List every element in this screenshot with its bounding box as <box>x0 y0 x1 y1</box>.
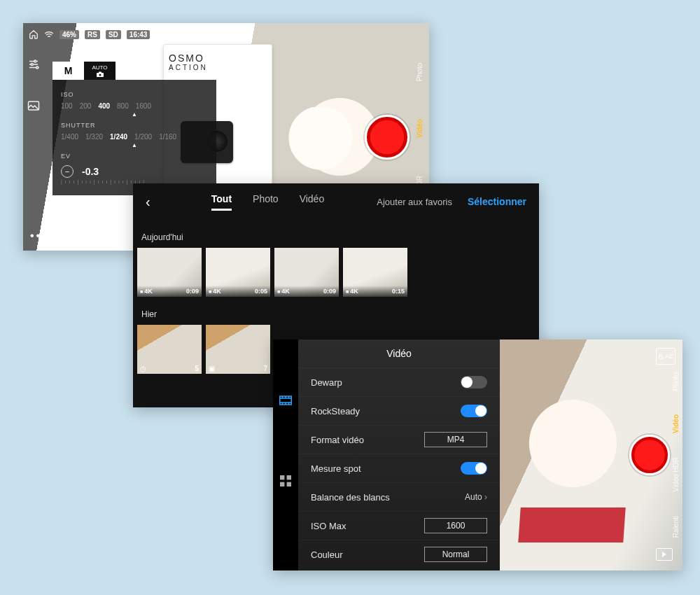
shutter-scale[interactable]: 1/400 1/320 1/240 1/200 1/160 <box>61 133 208 141</box>
setting-row-color: Couleur Normal <box>298 540 500 568</box>
mode-hdr-video[interactable]: Vidéo HDR <box>672 457 680 492</box>
wifi-icon <box>44 30 54 38</box>
shutter-value-active[interactable]: 1/240 <box>110 133 127 141</box>
dewarp-toggle[interactable] <box>461 376 487 388</box>
tab-photo[interactable]: Photo <box>253 193 279 211</box>
video-settings-screen: Vidéo Dewarp RockSteady Format vidéo MP4… <box>273 340 682 570</box>
spot-meter-toggle[interactable] <box>461 462 487 475</box>
color-profile-value[interactable]: Normal <box>424 547 487 562</box>
ev-value: -0.3 <box>82 166 99 177</box>
product-name: OSMO <box>169 52 267 64</box>
add-favorites-label[interactable]: Ajouter aux favoris <box>377 197 452 207</box>
record-button[interactable] <box>629 435 670 475</box>
battery-percent: 46% <box>59 30 79 39</box>
status-time: 16:43 <box>127 30 150 39</box>
tab-all[interactable]: Tout <box>211 193 232 211</box>
svg-point-5 <box>99 74 101 76</box>
mode-video[interactable]: Vidéo <box>416 119 424 138</box>
ev-label: EV <box>61 153 208 160</box>
setting-row-spot-meter: Mesure spot <box>298 454 500 482</box>
record-button[interactable] <box>365 115 410 160</box>
iso-label: ISO <box>61 91 208 98</box>
svg-rect-6 <box>99 71 102 73</box>
stack-count: 5 <box>195 365 199 372</box>
setting-row-format: Format vidéo MP4 <box>298 425 500 454</box>
video-tab-icon[interactable] <box>279 396 292 405</box>
more-menu-icon[interactable]: ••• <box>30 230 48 242</box>
mode-photo[interactable]: Photo <box>672 372 680 391</box>
settings-title: Vidéo <box>298 340 500 368</box>
video-format-value[interactable]: MP4 <box>424 432 487 447</box>
timelapse-icon: ◷ <box>140 365 146 372</box>
svg-point-2 <box>36 66 38 69</box>
home-icon[interactable] <box>29 29 38 39</box>
lucky-cat-graphic <box>286 107 356 184</box>
setting-row-iso-max: ISO Max 1600 <box>298 511 500 540</box>
iso-value-active[interactable]: 400 <box>98 102 110 110</box>
mode-slowmo[interactable]: Ralenti <box>672 516 680 538</box>
media-thumbnail[interactable]: 4K0:09 <box>137 248 202 297</box>
adjust-icon[interactable] <box>27 58 47 71</box>
camera-live-preview: AE Photo Vidéo Vidéo HDR Ralenti <box>500 340 682 570</box>
setting-row-white-balance[interactable]: Balance des blancs Auto <box>298 482 500 511</box>
tab-video[interactable]: Vidéo <box>300 193 325 211</box>
status-bar: 46% RS SD 16:43 <box>29 27 424 41</box>
shutter-label: SHUTTER <box>61 122 208 129</box>
playback-icon[interactable] <box>656 548 673 561</box>
svg-rect-12 <box>659 356 662 358</box>
setting-row-rocksteady: RockSteady <box>298 396 500 425</box>
white-balance-value: Auto <box>465 492 487 502</box>
stack-count: 7 <box>263 365 267 372</box>
group-label-today: Aujourd'hui <box>141 232 539 242</box>
mode-manual[interactable]: M <box>52 62 84 80</box>
grid-tab-icon[interactable] <box>280 475 291 486</box>
capture-mode-column[interactable]: Photo Vidéo Vidéo HDR Ralenti <box>670 360 681 550</box>
video-settings-list: Vidéo Dewarp RockSteady Format vidéo MP4… <box>298 340 500 570</box>
thumbnail-row-today: 4K0:09 4K0:05 4K0:09 4K0:15 <box>133 248 539 297</box>
settings-category-rail <box>273 340 298 570</box>
ev-decrease-icon[interactable]: − <box>61 165 74 178</box>
media-stack-thumbnail[interactable]: ▣ 7 <box>206 325 270 374</box>
svg-rect-8 <box>280 475 284 479</box>
subject-base-graphic <box>518 507 625 542</box>
gallery-icon[interactable] <box>27 100 47 111</box>
svg-point-1 <box>31 64 33 66</box>
status-badge-sd: SD <box>106 30 121 39</box>
gallery-filter-tabs: Tout Photo Vidéo <box>162 193 374 211</box>
group-label-yesterday: Hier <box>141 309 539 319</box>
gallery-header: ‹ Tout Photo Vidéo Ajouter aux favoris S… <box>133 183 539 220</box>
svg-point-0 <box>34 60 36 62</box>
exposure-settings-panel: ISO 100 200 400 800 1600 ▲ SHUTTER 1/400… <box>52 80 216 195</box>
mode-photo[interactable]: Photo <box>416 63 424 81</box>
mode-video[interactable]: Vidéo <box>672 414 680 433</box>
burst-icon: ▣ <box>209 365 215 372</box>
setting-row-dewarp: Dewarp <box>298 368 500 396</box>
status-badge-rs: RS <box>85 30 100 39</box>
iso-scale[interactable]: 100 200 400 800 1600 <box>61 102 208 110</box>
media-thumbnail[interactable]: 4K0:15 <box>343 248 407 297</box>
mode-auto[interactable]: AUTO <box>84 64 115 78</box>
media-thumbnail[interactable]: 4K0:09 <box>274 248 339 297</box>
left-tool-rail <box>27 58 47 111</box>
product-subname: ACTION <box>169 64 267 71</box>
select-button[interactable]: Sélectionner <box>468 196 526 207</box>
media-stack-thumbnail[interactable]: ◷ 5 <box>137 325 202 374</box>
svg-rect-10 <box>280 482 284 486</box>
exposure-mode-toggle[interactable]: M AUTO <box>52 62 115 80</box>
svg-rect-9 <box>287 475 291 479</box>
shutter-caret-icon: ▲ <box>61 142 208 148</box>
svg-rect-11 <box>287 482 291 486</box>
iso-max-value[interactable]: 1600 <box>424 518 487 533</box>
media-thumbnail[interactable]: 4K0:05 <box>206 248 270 297</box>
iso-caret-icon: ▲ <box>61 111 208 118</box>
back-icon[interactable]: ‹ <box>146 194 150 210</box>
rocksteady-toggle[interactable] <box>461 405 487 417</box>
